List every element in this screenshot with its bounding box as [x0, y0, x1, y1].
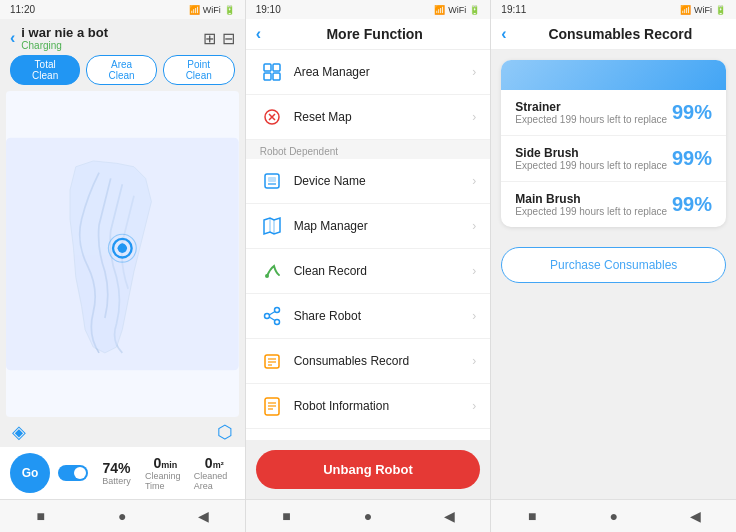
- menu-item-consumables-record[interactable]: Consumables Record ›: [246, 339, 491, 384]
- wifi-icon: WiFi: [203, 5, 221, 15]
- nav-back-icon-3[interactable]: ◀: [685, 506, 705, 526]
- cleaned-area-label: Cleaned Area: [194, 471, 235, 491]
- menu-item-robot-info[interactable]: Robot Information ›: [246, 384, 491, 429]
- p1-robot-name: i war nie a bot: [21, 25, 108, 40]
- consumable-item-main-brush: Main Brush Expected 199 hours left to re…: [501, 182, 726, 227]
- p1-3d-icon[interactable]: ⬡: [217, 421, 233, 443]
- map-manager-chevron: ›: [472, 219, 476, 233]
- consumable-item-strainer: Strainer Expected 199 hours left to repl…: [501, 90, 726, 136]
- device-name-label: Device Name: [294, 174, 473, 188]
- cleaning-time-label: Cleaning Time: [145, 471, 186, 491]
- area-clean-btn[interactable]: Area Clean: [86, 55, 156, 85]
- nav-square-icon-3[interactable]: ■: [522, 506, 542, 526]
- strainer-name: Strainer: [515, 100, 672, 114]
- time-3: 19:11: [501, 4, 526, 15]
- robot-dependent-section: Robot Dependent: [246, 140, 491, 159]
- p2-title: More Function: [269, 26, 480, 42]
- power-toggle[interactable]: [58, 465, 88, 481]
- svg-point-20: [274, 320, 279, 325]
- go-button[interactable]: Go: [10, 453, 50, 493]
- battery-icon-3: 🔋: [715, 5, 726, 15]
- menu-item-device-name[interactable]: Device Name ›: [246, 159, 491, 204]
- clean-record-chevron: ›: [472, 264, 476, 278]
- p1-list-icon[interactable]: ⊞: [203, 29, 216, 48]
- nav-circle-icon-3[interactable]: ●: [604, 506, 624, 526]
- p1-layer-icon[interactable]: ◈: [12, 421, 26, 443]
- main-brush-pct: 99%: [672, 193, 712, 216]
- signal-icon: 📶: [189, 5, 200, 15]
- purchase-consumables-btn[interactable]: Purchase Consumables: [501, 247, 726, 283]
- clean-record-label: Clean Record: [294, 264, 473, 278]
- share-robot-chevron: ›: [472, 309, 476, 323]
- menu-item-area-manager[interactable]: Area Manager ›: [246, 50, 491, 95]
- nav-bar-3: ■ ● ◀: [491, 499, 736, 532]
- battery-stat: 74% Battery: [96, 460, 137, 486]
- time-1: 11:20: [10, 4, 35, 15]
- menu-list: Area Manager › Reset Map › Robot Depende…: [246, 50, 491, 440]
- svg-rect-9: [273, 73, 280, 80]
- p3-title: Consumables Record: [515, 26, 726, 42]
- signal-icon-3: 📶: [680, 5, 691, 15]
- robot-map: [6, 91, 239, 417]
- unbang-robot-btn[interactable]: Unbang Robot: [256, 450, 481, 489]
- nav-back-icon-2[interactable]: ◀: [440, 506, 460, 526]
- consumable-item-side-brush: Side Brush Expected 199 hours left to re…: [501, 136, 726, 182]
- nav-circle-icon[interactable]: ●: [112, 506, 132, 526]
- battery-label: Battery: [102, 476, 131, 486]
- consumables-record-chevron: ›: [472, 354, 476, 368]
- svg-point-17: [265, 274, 269, 278]
- point-clean-btn[interactable]: Point Clean: [163, 55, 235, 85]
- p1-back-icon[interactable]: ‹: [10, 29, 15, 47]
- cleaning-time-stat: 0min Cleaning Time: [145, 455, 186, 491]
- status-bar-2: 19:10 📶 WiFi 🔋: [246, 0, 491, 19]
- robot-info-chevron: ›: [472, 399, 476, 413]
- area-manager-chevron: ›: [472, 65, 476, 79]
- signal-icon-2: 📶: [434, 5, 445, 15]
- wifi-icon-2: WiFi: [448, 5, 466, 15]
- nav-circle-icon-2[interactable]: ●: [358, 506, 378, 526]
- side-brush-sub: Expected 199 hours left to replace: [515, 160, 672, 171]
- svg-point-19: [264, 314, 269, 319]
- main-brush-name: Main Brush: [515, 192, 672, 206]
- nav-square-icon[interactable]: ■: [31, 506, 51, 526]
- robot-info-label: Robot Information: [294, 399, 473, 413]
- battery-icon-2: 🔋: [469, 5, 480, 15]
- card-top-decoration: [501, 60, 726, 90]
- nav-square-icon-2[interactable]: ■: [276, 506, 296, 526]
- cleaning-time-value: 0min: [153, 455, 177, 471]
- p2-back-icon[interactable]: ‹: [256, 25, 261, 43]
- menu-item-clean-record[interactable]: Clean Record ›: [246, 249, 491, 294]
- status-bar-3: 19:11 📶 WiFi 🔋: [491, 0, 736, 19]
- svg-rect-6: [264, 64, 271, 71]
- p1-grid-icon[interactable]: ⊟: [222, 29, 235, 48]
- more-function-header: ‹ More Function: [246, 19, 491, 50]
- cleaned-area-stat: 0m² Cleaned Area: [194, 455, 235, 491]
- map-manager-label: Map Manager: [294, 219, 473, 233]
- cleaned-area-value: 0m²: [205, 455, 224, 471]
- strainer-pct: 99%: [672, 101, 712, 124]
- consumables-card: Strainer Expected 199 hours left to repl…: [501, 60, 726, 227]
- strainer-sub: Expected 199 hours left to replace: [515, 114, 672, 125]
- consumables-record-label: Consumables Record: [294, 354, 473, 368]
- nav-back-icon[interactable]: ◀: [194, 506, 214, 526]
- battery-value: 74%: [102, 460, 130, 476]
- menu-item-map-manager[interactable]: Map Manager ›: [246, 204, 491, 249]
- svg-line-22: [269, 312, 275, 316]
- side-brush-name: Side Brush: [515, 146, 672, 160]
- svg-marker-14: [264, 218, 280, 234]
- main-brush-sub: Expected 199 hours left to replace: [515, 206, 672, 217]
- wifi-icon-3: WiFi: [694, 5, 712, 15]
- side-brush-pct: 99%: [672, 147, 712, 170]
- svg-point-18: [274, 308, 279, 313]
- menu-item-voice-packet[interactable]: Voice Packet ›: [246, 429, 491, 440]
- reset-map-chevron: ›: [472, 110, 476, 124]
- total-clean-btn[interactable]: Total Clean: [10, 55, 80, 85]
- share-robot-label: Share Robot: [294, 309, 473, 323]
- reset-map-label: Reset Map: [294, 110, 473, 124]
- nav-bar-1: ■ ● ◀: [0, 499, 245, 532]
- svg-line-21: [269, 317, 275, 321]
- menu-item-share-robot[interactable]: Share Robot ›: [246, 294, 491, 339]
- p3-back-icon[interactable]: ‹: [501, 25, 506, 43]
- menu-item-reset-map[interactable]: Reset Map ›: [246, 95, 491, 140]
- svg-rect-12: [268, 177, 276, 182]
